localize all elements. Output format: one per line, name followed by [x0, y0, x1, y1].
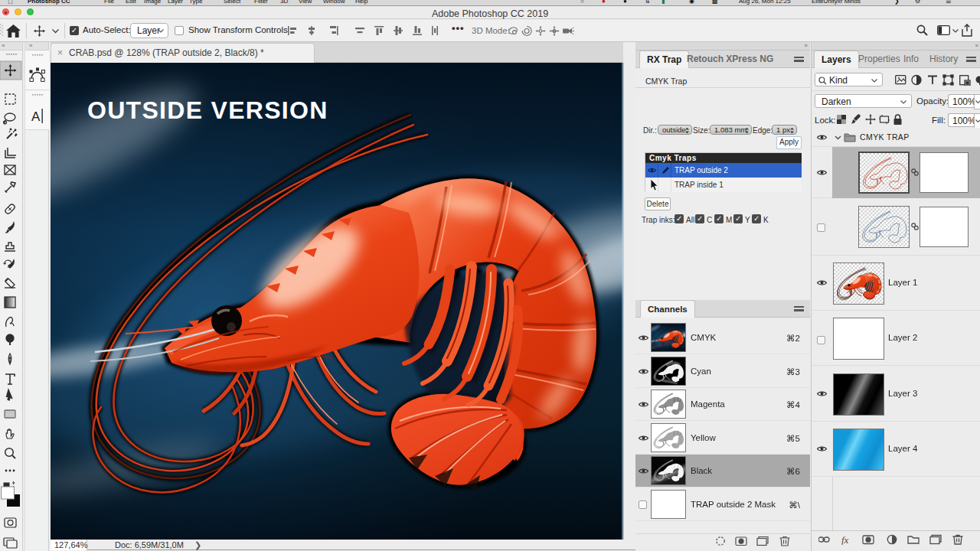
svg-text:A: A	[31, 109, 41, 124]
svg-text:fx: fx	[841, 534, 849, 545]
svg-text:OUTSIDE VERSION: OUTSIDE VERSION	[87, 96, 328, 124]
